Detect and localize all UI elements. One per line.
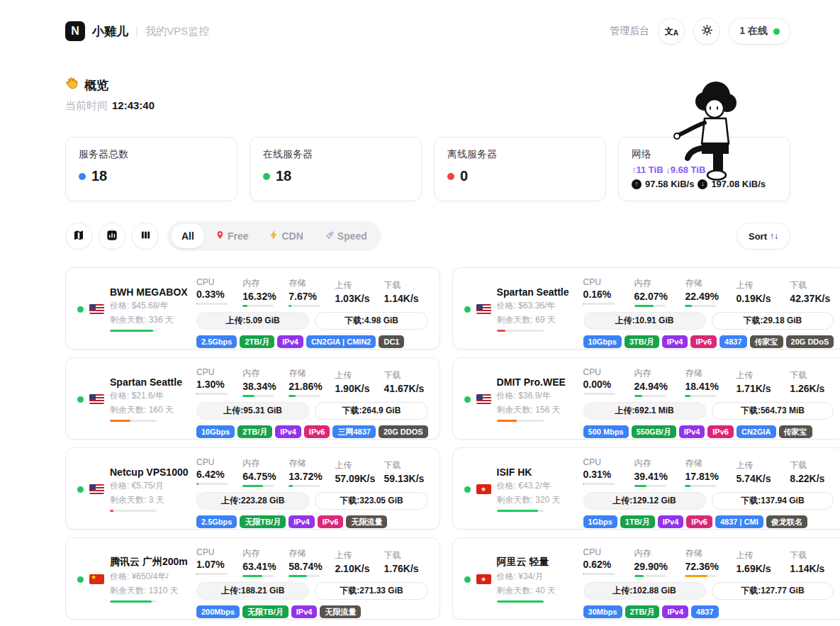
server-days-left: 剩余天数: 40 天 [497, 585, 556, 597]
upload-total-button[interactable]: 上传:10.91 GiB [583, 312, 706, 330]
download-speed-stat: 下载 1.26K/s [790, 367, 834, 397]
memory-value: 39.41% [634, 471, 676, 482]
header-actions: 管理后台 文A 1 在线 [610, 18, 790, 45]
upload-speed-stat: 上传 2.10K/s [335, 547, 379, 577]
cpu-value: 0.31% [583, 469, 625, 480]
map-view-button[interactable] [65, 223, 92, 250]
disk-bar [685, 395, 716, 397]
stat-label: 离线服务器 [447, 148, 593, 161]
download-total-button[interactable]: 下载:137.94 GiB [712, 492, 834, 510]
upload-speed-stat: 上传 1.69K/s [736, 547, 780, 577]
bar-chart-icon [106, 230, 118, 243]
cpu-value: 0.33% [196, 289, 237, 300]
server-tags: 10Gbps3TB/月IPv4IPv64837传家宝20G DDoS [583, 335, 834, 348]
cpu-label: CPU [196, 547, 237, 557]
rocket-icon [325, 230, 335, 242]
download-total-button[interactable]: 下载:127.77 GiB [712, 582, 834, 600]
server-status-dot [77, 396, 84, 403]
sort-button[interactable]: Sort ↑↓ [737, 223, 790, 250]
server-status-dot [77, 576, 84, 583]
upload-total-button[interactable]: 上传:692.1 MiB [583, 402, 706, 420]
server-metrics: CPU 6.42% 内存 64.75% 存储 13.72% 上传 57.09K/… [196, 457, 428, 521]
memory-bar [242, 485, 274, 487]
download-total-button[interactable]: 下载:323.05 GiB [315, 492, 427, 510]
memory-stat: 内存 29.90% [634, 547, 676, 577]
server-name: Spartan Seattle [110, 376, 182, 388]
upload-total-button[interactable]: 上传:188.21 GiB [196, 582, 309, 600]
download-total-button[interactable]: 下载:564.73 MiB [712, 402, 834, 420]
upload-total-button[interactable]: 上传:102.88 GiB [583, 582, 706, 600]
flag-icon [89, 304, 104, 314]
download-total-button[interactable]: 下载:271.33 GiB [315, 582, 427, 600]
server-grid: BWH MEGABOX 价格: $45.68/年 剩余天数: 336 天 CPU… [65, 267, 790, 620]
upload-total-button[interactable]: 上传:5.09 GiB [196, 312, 309, 330]
sun-icon [701, 24, 713, 38]
server-card[interactable]: 阿里云 轻量 价格: ¥34/月 剩余天数: 40 天 CPU 0.62% 内存… [452, 537, 840, 620]
stat-card-offline[interactable]: 离线服务器 0 [434, 137, 606, 201]
tab-speed[interactable]: Speed [315, 225, 377, 247]
server-card[interactable]: ISIF HK 价格: €43.2/年 剩余天数: 320 天 CPU 0.31… [452, 447, 840, 530]
server-price: 价格: €43.2/年 [497, 480, 561, 492]
tab-all[interactable]: All [172, 224, 204, 248]
memory-label: 内存 [634, 457, 676, 469]
stat-card-online[interactable]: 在线服务器 18 [250, 137, 422, 201]
server-tag: IPv6 [690, 335, 717, 348]
tab-cdn[interactable]: CDN [259, 225, 313, 247]
download-speed-stat: 下载 59.13K/s [384, 457, 428, 487]
memory-stat: 内存 64.75% [242, 457, 284, 487]
stat-card-network[interactable]: 网络 ↑11 TiB ↓9.68 TiB ↑97.58 KiB/s ↓197.0… [618, 137, 790, 201]
server-tag: 200Mbps [196, 605, 240, 618]
upload-speed-value: 1.03K/s [335, 293, 379, 304]
cpu-label: CPU [583, 457, 625, 467]
server-card[interactable]: DMIT Pro.WEE 价格: $36.9/年 剩余天数: 156 天 CPU… [452, 357, 840, 440]
upload-total-button[interactable]: 上传:223.28 GiB [196, 492, 309, 510]
server-name: ISIF HK [497, 466, 561, 478]
server-tag: IPv6 [686, 515, 712, 528]
download-speed-stat: 下载 8.22K/s [790, 457, 834, 487]
stat-card-total[interactable]: 服务器总数 18 [65, 137, 237, 201]
page-title: 概览 [84, 77, 108, 94]
server-card[interactable]: 腾讯云 广州200m 价格: ¥650/4年/ 剩余天数: 1310 天 CPU… [65, 537, 440, 620]
online-visitors-badge[interactable]: 1 在线 [729, 18, 790, 45]
server-metrics: CPU 0.16% 内存 62.07% 存储 22.49% 上传 0.19K/s [583, 277, 834, 341]
server-card[interactable]: Spartan Seattle 价格: $63.36/年 剩余天数: 69 天 … [452, 267, 840, 350]
days-left-bar [497, 330, 544, 332]
download-total-button[interactable]: 下载:4.98 GiB [315, 312, 427, 330]
server-card[interactable]: Netcup VPS1000 价格: €5.75/月 剩余天数: 3 天 CPU… [65, 447, 440, 530]
memory-stat: 内存 62.07% [634, 277, 676, 307]
server-tag: 2.5Gbps [196, 335, 237, 348]
stat-label: 服务器总数 [79, 148, 224, 161]
disk-stat: 存储 21.86% [289, 367, 330, 397]
server-tag: IPv4 [662, 605, 688, 618]
admin-link[interactable]: 管理后台 [610, 25, 649, 38]
theme-button[interactable] [693, 18, 720, 45]
stats-view-button[interactable] [99, 223, 125, 250]
server-tag: IPv4 [291, 605, 318, 618]
column-view-button[interactable] [132, 223, 159, 250]
cpu-bar [583, 393, 615, 395]
download-speed-value: 59.13K/s [384, 473, 428, 484]
server-status-dot [464, 396, 471, 403]
site-logo[interactable]: N [65, 21, 85, 41]
flag-icon [476, 304, 491, 314]
download-total-button[interactable]: 下载:264.9 GiB [315, 402, 427, 420]
upload-speed-label: 上传 [335, 549, 379, 561]
server-card[interactable]: BWH MEGABOX 价格: $45.68/年 剩余天数: 336 天 CPU… [65, 267, 440, 350]
upload-total-button[interactable]: 上传:95.31 GiB [196, 402, 309, 420]
online-dot [773, 28, 780, 35]
upload-total-button[interactable]: 上传:129.12 GiB [583, 492, 706, 510]
upload-speed-label: 上传 [736, 279, 780, 291]
memory-bar [242, 305, 274, 307]
language-button[interactable]: 文A [658, 18, 685, 45]
tab-free[interactable]: Free [206, 225, 259, 247]
offline-value: 0 [460, 168, 468, 184]
download-total-button[interactable]: 下载:29.18 GiB [712, 312, 834, 330]
server-tag: 20G DDoS [786, 335, 834, 348]
memory-label: 内存 [634, 277, 676, 289]
upload-speed-stat: 上传 1.03K/s [335, 277, 379, 307]
memory-value: 16.32% [242, 291, 284, 302]
server-card[interactable]: Spartan Seattle 价格: $21.6/年 剩余天数: 160 天 … [65, 357, 440, 440]
server-tag: DC1 [379, 335, 404, 348]
memory-stat: 内存 63.41% [242, 547, 284, 577]
cpu-bar [583, 483, 615, 485]
